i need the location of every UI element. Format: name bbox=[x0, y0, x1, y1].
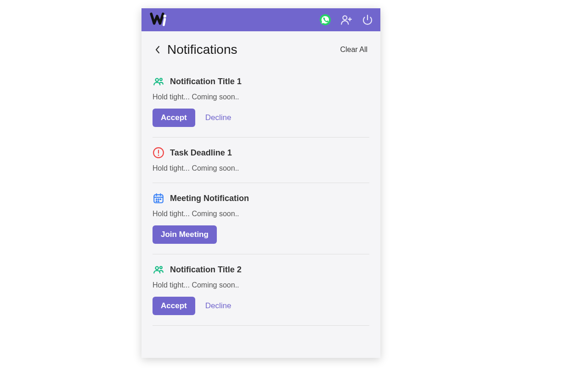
power-icon[interactable] bbox=[361, 13, 374, 26]
page-header: Notifications Clear All bbox=[141, 31, 380, 62]
notification-title: Notification Title 2 bbox=[170, 265, 242, 275]
accept-button[interactable]: Accept bbox=[153, 297, 195, 315]
app-frame: Notifications Clear All Notification Tit… bbox=[141, 8, 380, 358]
accept-button[interactable]: Accept bbox=[153, 109, 195, 127]
svg-point-10 bbox=[158, 155, 159, 156]
svg-point-2 bbox=[343, 16, 347, 20]
people-icon bbox=[153, 75, 164, 87]
svg-point-0 bbox=[164, 15, 166, 17]
notification-body: Hold tight... Coming soon.. bbox=[153, 281, 369, 289]
whatsapp-icon[interactable] bbox=[319, 13, 332, 26]
svg-point-21 bbox=[160, 266, 162, 269]
notification-item: Meeting Notification Hold tight... Comin… bbox=[153, 183, 369, 254]
calendar-icon bbox=[153, 192, 164, 204]
svg-point-7 bbox=[160, 78, 162, 80]
notification-item: Task Deadline 1 Hold tight... Coming soo… bbox=[153, 138, 369, 183]
notification-list: Notification Title 1 Hold tight... Comin… bbox=[141, 62, 380, 335]
top-actions bbox=[319, 13, 374, 26]
notification-body: Hold tight... Coming soon.. bbox=[153, 210, 369, 218]
svg-point-20 bbox=[156, 267, 159, 270]
clear-all-button[interactable]: Clear All bbox=[340, 46, 368, 54]
people-icon bbox=[153, 264, 164, 276]
svg-point-16 bbox=[158, 199, 159, 200]
svg-point-15 bbox=[156, 199, 157, 200]
notification-item: Notification Title 2 Hold tight... Comin… bbox=[153, 254, 369, 326]
svg-point-19 bbox=[158, 201, 159, 202]
add-user-icon[interactable] bbox=[340, 13, 353, 26]
back-button[interactable] bbox=[154, 45, 161, 54]
alert-icon bbox=[153, 147, 164, 159]
notification-title: Notification Title 1 bbox=[170, 77, 242, 86]
join-meeting-button[interactable]: Join Meeting bbox=[153, 225, 217, 244]
svg-point-17 bbox=[160, 199, 161, 200]
notification-item: Notification Title 1 Hold tight... Comin… bbox=[153, 66, 369, 138]
notification-title: Meeting Notification bbox=[170, 194, 249, 203]
decline-button[interactable]: Decline bbox=[204, 298, 233, 314]
notification-body: Hold tight... Coming soon.. bbox=[153, 164, 369, 172]
app-logo[interactable] bbox=[150, 12, 168, 28]
svg-point-18 bbox=[156, 201, 157, 202]
top-bar bbox=[141, 8, 380, 31]
svg-point-6 bbox=[156, 79, 159, 82]
decline-button[interactable]: Decline bbox=[204, 109, 233, 126]
notification-title: Task Deadline 1 bbox=[170, 148, 232, 158]
notification-body: Hold tight... Coming soon.. bbox=[153, 93, 369, 101]
page-title: Notifications bbox=[167, 42, 237, 57]
